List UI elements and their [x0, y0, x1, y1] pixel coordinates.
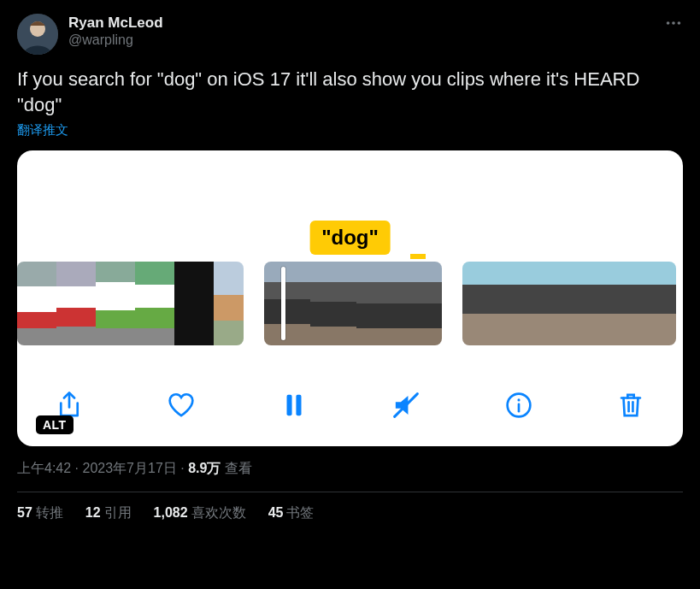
clip-frame	[613, 262, 650, 345]
caption-pill: "dog"	[309, 221, 391, 255]
avatar[interactable]	[17, 14, 58, 55]
translate-link[interactable]: 翻译推文	[17, 122, 68, 138]
video-timeline[interactable]	[17, 262, 683, 345]
clip-frame	[575, 262, 613, 345]
clip-frame	[500, 262, 538, 345]
clip-frame	[264, 262, 310, 345]
time-text: 上午4:42	[17, 461, 71, 475]
mute-icon[interactable]	[391, 391, 421, 420]
media-card[interactable]: "dog"	[17, 150, 683, 446]
views-label: 查看	[225, 461, 252, 475]
media-toolbar	[17, 380, 683, 431]
tweet-text: If you search for "dog" on iOS 17 it'll …	[17, 67, 683, 117]
user-handle: @warpling	[68, 32, 163, 49]
stats-row: 57转推 12引用 1,082喜欢次数 45书签	[17, 504, 683, 522]
clip-frame	[174, 262, 214, 345]
display-name: Ryan McLeod	[68, 14, 163, 32]
clip-frame	[538, 262, 575, 345]
tweet-meta[interactable]: 上午4:42 · 2023年7月17日 · 8.9万 查看	[17, 460, 683, 478]
svg-point-4	[678, 21, 681, 25]
tweet-container: Ryan McLeod @warpling If you search for …	[0, 0, 700, 536]
svg-point-9	[517, 399, 520, 402]
clip-frame	[403, 262, 442, 345]
retweets-stat[interactable]: 57转推	[17, 504, 63, 522]
views-count: 8.9万	[188, 461, 221, 475]
svg-rect-5	[286, 395, 291, 415]
playhead[interactable]	[281, 267, 285, 340]
clip-frame	[214, 262, 244, 345]
clip-group[interactable]	[462, 262, 676, 345]
alt-badge[interactable]: ALT	[36, 415, 74, 434]
clip-frame	[650, 262, 676, 345]
bookmarks-stat[interactable]: 45书签	[268, 504, 315, 522]
clip-frame	[56, 262, 96, 345]
svg-point-3	[672, 21, 675, 25]
clip-frame	[310, 262, 356, 345]
divider	[17, 492, 683, 492]
pause-icon[interactable]	[279, 391, 309, 420]
clip-frame	[17, 262, 56, 345]
heart-icon[interactable]	[167, 391, 196, 420]
clip-group[interactable]	[17, 262, 244, 345]
info-icon[interactable]	[504, 391, 533, 420]
date-text: 2023年7月17日	[82, 461, 176, 475]
scrubber-marker	[410, 254, 426, 259]
trash-icon[interactable]	[616, 391, 645, 420]
quotes-stat[interactable]: 12引用	[85, 504, 132, 522]
clip-group[interactable]	[264, 262, 442, 345]
tweet-header: Ryan McLeod @warpling	[17, 14, 683, 55]
svg-rect-6	[296, 395, 301, 415]
user-block[interactable]: Ryan McLeod @warpling	[68, 14, 163, 49]
likes-stat[interactable]: 1,082喜欢次数	[154, 504, 246, 522]
more-icon[interactable]	[664, 14, 683, 36]
clip-frame	[356, 262, 403, 345]
clip-frame	[96, 262, 135, 345]
svg-point-2	[667, 21, 670, 25]
clip-frame	[462, 262, 500, 345]
clip-frame	[135, 262, 174, 345]
